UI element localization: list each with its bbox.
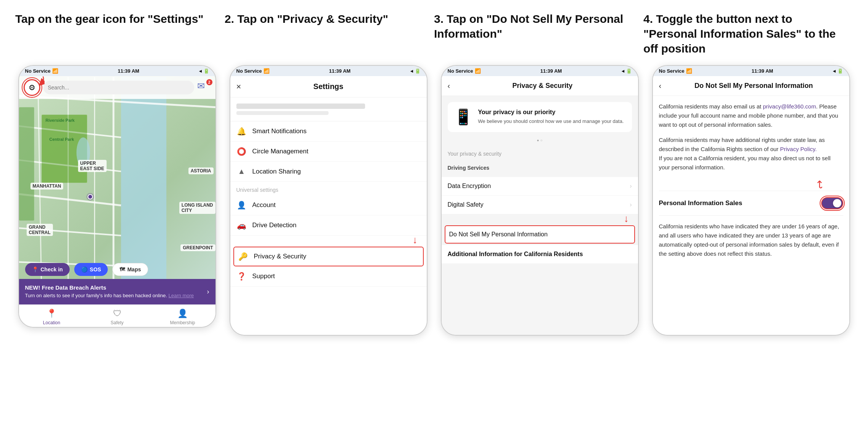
red-arrow-down-2: ↓ [442,213,638,225]
grand-central-label: GRANDCENTRAL [27,224,53,236]
data-breach-banner[interactable]: NEW! Free Data Breach Alerts Turn on ale… [19,279,215,304]
dns-back-header: ‹ Do Not Sell My Personal Information [653,76,849,96]
account-icon: 👤 [236,201,247,210]
dns-back-button[interactable]: ‹ [659,81,662,90]
nav-item-safety[interactable]: 🛡 Safety [85,309,150,325]
svg-rect-13 [19,107,34,221]
phone-2: No Service 📶 11:39 AM ◂ 🔋 × Settings [230,65,428,336]
no-service-label-3: No Service [448,68,473,74]
breach-body: Turn on alerts to see if your family's i… [25,292,194,299]
privacy-card-text: Your privacy is our priority We believe … [478,109,624,125]
battery-icon-1: 🔋 [203,68,209,74]
breach-learn-more-link[interactable]: Learn more [169,293,194,298]
safety-nav-icon: 🛡 [113,309,121,319]
privacy-back-button[interactable]: ‹ [448,81,450,90]
wifi-icon-1: 📶 [52,68,58,74]
privacy-screen: ‹ Privacy & Security 📱 Your privacy is o… [442,76,638,335]
no-service-label-4: No Service [659,68,685,74]
driving-services-item: Driving Services [442,159,638,177]
status-right-2: ◂ 🔋 [410,68,421,74]
sos-button[interactable]: 🔵 SOS [74,263,108,276]
data-encryption-label: Data Encryption [448,183,491,190]
breach-text: NEW! Free Data Breach Alerts Turn on ale… [25,284,194,299]
location-sharing-icon: ▲ [236,167,247,176]
settings-item-account[interactable]: 👤 Account [230,195,427,215]
no-service-label-2: No Service [236,68,262,74]
maps-label: Maps [127,266,141,272]
drive-icon: 🚗 [236,221,247,230]
membership-nav-label: Membership [170,320,195,325]
dns-footer-text: California residents who have indicated … [659,222,843,258]
privacy-title: Privacy & Security [453,82,632,90]
settings-close-button[interactable]: × [236,82,241,92]
step-3-title: 3. Tap on "Do Not Sell My Personal Infor… [434,11,636,41]
phone-4-wrapper: No Service 📶 11:39 AM ◂ 🔋 ‹ Do Not Sell … [649,65,853,336]
step-4-title: 4. Toggle the button next to "Personal I… [643,11,845,56]
user-name-placeholder [236,104,365,109]
privacy-card-dots: ● ○ [442,138,638,142]
greenpoint-label: GREENPOINT [180,244,215,251]
digital-safety-label: Digital Safety [448,201,483,208]
support-label: Support [252,272,421,280]
settings-item-drive-detection[interactable]: 🚗 Drive Detection [230,215,427,236]
checkin-label: Check in [41,266,63,272]
status-bar-1: No Service 📶 11:39 AM ◂ 🔋 [19,66,215,76]
nav-item-membership[interactable]: 👤 Membership [150,309,215,325]
battery-icon-4: 🔋 [837,68,843,74]
gear-icon: ⚙ [29,83,35,92]
status-left-4: No Service 📶 [659,68,692,74]
red-curved-arrow-icon: ↩ [814,180,826,189]
settings-item-smart-notifications[interactable]: 🔔 Smart Notifications [230,121,427,142]
checkin-icon: 📍 [32,266,38,272]
phone-4: No Service 📶 11:39 AM ◂ 🔋 ‹ Do Not Sell … [652,65,850,336]
bottom-nav-1: 📍 Location 🛡 Safety 👤 Membership [19,304,215,327]
location-nav-icon: 📍 [46,309,57,319]
personal-info-sales-toggle[interactable] [821,197,843,209]
privacy-phone-icon: 📱 [454,108,473,126]
maps-button[interactable]: 🗺 Maps [112,263,148,276]
checkin-button[interactable]: 📍 Check in [25,263,70,276]
status-right-4: ◂ 🔋 [833,68,843,74]
map-top-bar: ⚙ ✉ 2 [19,76,215,99]
additional-info-label: Additional Information for California Re… [448,251,583,258]
universal-settings-label: Universal settings [230,182,427,195]
nav-arrow-2: ◂ [410,68,413,74]
riverside-park-label: Riverside Park [46,118,75,123]
gear-button[interactable]: ⚙ [24,79,40,96]
wifi-icon-3: 📶 [475,68,481,74]
safety-nav-label: Safety [110,320,123,325]
privacy-policy-link[interactable]: Privacy Policy. [780,146,817,152]
status-left-3: No Service 📶 [448,68,481,74]
settings-item-circle-management[interactable]: ⭕ Circle Management [230,142,427,162]
status-right-3: ◂ 🔋 [622,68,632,74]
settings-item-location-sharing[interactable]: ▲ Location Sharing [230,162,427,182]
time-label-2: 11:39 AM [329,68,351,74]
map-search-input[interactable] [43,81,194,94]
circle-management-label: Circle Management [252,148,421,155]
dns-screen: ‹ Do Not Sell My Personal Information Ca… [653,76,849,335]
nav-item-location[interactable]: 📍 Location [19,309,85,325]
step-2-header: 2. Tap on "Privacy & Security" [225,11,434,56]
sos-icon: 🔵 [81,266,88,272]
settings-item-support[interactable]: ❓ Support [230,266,427,287]
digital-safety-chevron: › [630,201,632,208]
driving-services-label: Driving Services [448,165,490,171]
phone-3: No Service 📶 11:39 AM ◂ 🔋 ‹ Privacy & Se… [441,65,639,336]
privacy-email-link[interactable]: privacy@life360.com [763,103,816,110]
notification-badge[interactable]: ✉ 2 [197,81,211,94]
privacy-security-label: Privacy & Security [254,253,419,260]
breach-title: NEW! Free Data Breach Alerts [25,284,194,291]
status-left-1: No Service 📶 [25,68,58,74]
dns-title: Do Not Sell My Personal Information [664,82,843,90]
additional-info-item[interactable]: Additional Information for California Re… [442,245,638,264]
account-label: Account [252,201,421,209]
battery-icon-3: 🔋 [626,68,632,74]
privacy-icon: 🔑 [238,252,249,261]
phone-3-wrapper: No Service 📶 11:39 AM ◂ 🔋 ‹ Privacy & Se… [438,65,641,336]
do-not-sell-item[interactable]: Do Not Sell My Personal Information [445,225,635,244]
data-encryption-item[interactable]: Data Encryption › [442,177,638,196]
user-email-placeholder [236,111,329,115]
settings-item-privacy-security[interactable]: 🔑 Privacy & Security [233,247,424,266]
lic-label: LONG ISLANDCITY [179,202,215,214]
digital-safety-item[interactable]: Digital Safety › [442,196,638,214]
